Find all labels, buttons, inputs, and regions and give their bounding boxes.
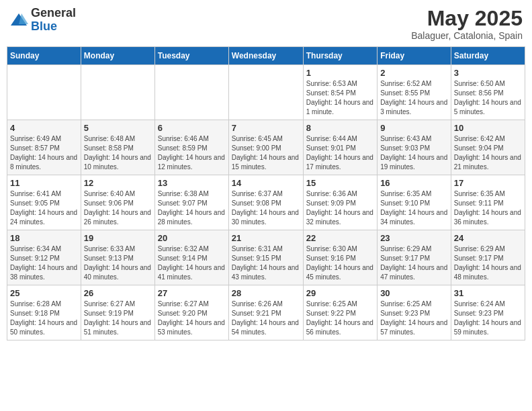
calendar-cell: 26Sunrise: 6:27 AM Sunset: 9:19 PM Dayli… xyxy=(81,285,154,340)
logo-general-text: General xyxy=(31,7,76,20)
day-info: Sunrise: 6:40 AM Sunset: 9:06 PM Dayligh… xyxy=(84,189,152,227)
day-number: 26 xyxy=(84,288,152,298)
month-title: May 2025 xyxy=(411,7,523,30)
day-number: 27 xyxy=(158,288,226,298)
calendar-cell: 15Sunrise: 6:36 AM Sunset: 9:09 PM Dayli… xyxy=(303,175,377,230)
calendar-cell: 20Sunrise: 6:32 AM Sunset: 9:14 PM Dayli… xyxy=(154,230,228,285)
calendar-cell xyxy=(228,65,303,120)
day-number: 23 xyxy=(380,233,448,243)
header-day: Friday xyxy=(378,47,451,65)
calendar-cell: 31Sunrise: 6:24 AM Sunset: 9:23 PM Dayli… xyxy=(451,285,525,340)
day-number: 11 xyxy=(10,178,78,188)
day-info: Sunrise: 6:32 AM Sunset: 9:14 PM Dayligh… xyxy=(158,244,226,282)
svg-marker-1 xyxy=(19,13,28,24)
day-number: 7 xyxy=(232,123,300,133)
calendar-cell: 17Sunrise: 6:35 AM Sunset: 9:11 PM Dayli… xyxy=(451,175,525,230)
day-number: 30 xyxy=(380,288,448,298)
day-info: Sunrise: 6:35 AM Sunset: 9:11 PM Dayligh… xyxy=(454,189,522,227)
calendar-cell: 6Sunrise: 6:46 AM Sunset: 8:59 PM Daylig… xyxy=(154,120,228,175)
location: Balaguer, Catalonia, Spain xyxy=(411,30,523,41)
calendar-cell: 22Sunrise: 6:30 AM Sunset: 9:16 PM Dayli… xyxy=(303,230,377,285)
calendar-week: 1Sunrise: 6:53 AM Sunset: 8:54 PM Daylig… xyxy=(7,65,525,120)
day-number: 31 xyxy=(454,288,522,298)
calendar-cell: 27Sunrise: 6:27 AM Sunset: 9:20 PM Dayli… xyxy=(154,285,228,340)
title-block: May 2025 Balaguer, Catalonia, Spain xyxy=(411,7,523,41)
day-info: Sunrise: 6:45 AM Sunset: 9:00 PM Dayligh… xyxy=(232,134,300,172)
calendar-cell: 8Sunrise: 6:44 AM Sunset: 9:01 PM Daylig… xyxy=(303,120,377,175)
day-info: Sunrise: 6:27 AM Sunset: 9:20 PM Dayligh… xyxy=(158,300,226,337)
day-number: 20 xyxy=(158,233,226,243)
day-info: Sunrise: 6:43 AM Sunset: 9:03 PM Dayligh… xyxy=(380,134,448,172)
day-info: Sunrise: 6:29 AM Sunset: 9:17 PM Dayligh… xyxy=(454,244,522,282)
calendar-cell: 4Sunrise: 6:49 AM Sunset: 8:57 PM Daylig… xyxy=(7,120,81,175)
day-number: 28 xyxy=(232,288,300,298)
day-info: Sunrise: 6:25 AM Sunset: 9:22 PM Dayligh… xyxy=(306,300,374,337)
day-number: 13 xyxy=(158,178,226,188)
day-info: Sunrise: 6:29 AM Sunset: 9:17 PM Dayligh… xyxy=(380,244,448,282)
day-info: Sunrise: 6:48 AM Sunset: 8:58 PM Dayligh… xyxy=(84,134,152,172)
day-info: Sunrise: 6:52 AM Sunset: 8:55 PM Dayligh… xyxy=(380,79,448,117)
header-row: SundayMondayTuesdayWednesdayThursdayFrid… xyxy=(7,47,525,65)
day-number: 10 xyxy=(454,123,522,133)
calendar-cell: 7Sunrise: 6:45 AM Sunset: 9:00 PM Daylig… xyxy=(228,120,303,175)
calendar-cell: 5Sunrise: 6:48 AM Sunset: 8:58 PM Daylig… xyxy=(81,120,154,175)
day-info: Sunrise: 6:30 AM Sunset: 9:16 PM Dayligh… xyxy=(306,244,374,282)
day-info: Sunrise: 6:49 AM Sunset: 8:57 PM Dayligh… xyxy=(10,134,78,172)
header-day: Thursday xyxy=(303,47,377,65)
day-info: Sunrise: 6:41 AM Sunset: 9:05 PM Dayligh… xyxy=(10,189,78,227)
calendar-cell: 12Sunrise: 6:40 AM Sunset: 9:06 PM Dayli… xyxy=(81,175,154,230)
header-day: Tuesday xyxy=(154,47,228,65)
day-number: 22 xyxy=(306,233,374,243)
day-number: 29 xyxy=(306,288,374,298)
logo: General Blue xyxy=(9,7,76,34)
day-info: Sunrise: 6:37 AM Sunset: 9:08 PM Dayligh… xyxy=(232,189,300,227)
day-info: Sunrise: 6:31 AM Sunset: 9:15 PM Dayligh… xyxy=(232,244,300,282)
day-info: Sunrise: 6:36 AM Sunset: 9:09 PM Dayligh… xyxy=(306,189,374,227)
day-info: Sunrise: 6:50 AM Sunset: 8:56 PM Dayligh… xyxy=(454,79,522,117)
calendar-cell: 29Sunrise: 6:25 AM Sunset: 9:22 PM Dayli… xyxy=(303,285,377,340)
calendar-cell xyxy=(154,65,228,120)
day-info: Sunrise: 6:26 AM Sunset: 9:21 PM Dayligh… xyxy=(232,300,300,337)
calendar-week: 11Sunrise: 6:41 AM Sunset: 9:05 PM Dayli… xyxy=(7,175,525,230)
day-number: 8 xyxy=(306,123,374,133)
calendar-week: 4Sunrise: 6:49 AM Sunset: 8:57 PM Daylig… xyxy=(7,120,525,175)
calendar-header: SundayMondayTuesdayWednesdayThursdayFrid… xyxy=(7,47,525,65)
day-number: 9 xyxy=(380,123,448,133)
calendar-cell: 9Sunrise: 6:43 AM Sunset: 9:03 PM Daylig… xyxy=(378,120,451,175)
page-header: General Blue May 2025 Balaguer, Cataloni… xyxy=(7,7,525,41)
calendar-cell: 24Sunrise: 6:29 AM Sunset: 9:17 PM Dayli… xyxy=(451,230,525,285)
day-number: 24 xyxy=(454,233,522,243)
calendar-cell: 10Sunrise: 6:42 AM Sunset: 9:04 PM Dayli… xyxy=(451,120,525,175)
calendar-cell: 11Sunrise: 6:41 AM Sunset: 9:05 PM Dayli… xyxy=(7,175,81,230)
calendar-week: 25Sunrise: 6:28 AM Sunset: 9:18 PM Dayli… xyxy=(7,285,525,340)
day-number: 6 xyxy=(158,123,226,133)
day-info: Sunrise: 6:42 AM Sunset: 9:04 PM Dayligh… xyxy=(454,134,522,172)
calendar-cell xyxy=(81,65,154,120)
header-day: Wednesday xyxy=(228,47,303,65)
calendar-cell: 2Sunrise: 6:52 AM Sunset: 8:55 PM Daylig… xyxy=(378,65,451,120)
header-day: Saturday xyxy=(451,47,525,65)
day-info: Sunrise: 6:44 AM Sunset: 9:01 PM Dayligh… xyxy=(306,134,374,172)
day-number: 16 xyxy=(380,178,448,188)
calendar-cell: 25Sunrise: 6:28 AM Sunset: 9:18 PM Dayli… xyxy=(7,285,81,340)
day-info: Sunrise: 6:25 AM Sunset: 9:23 PM Dayligh… xyxy=(380,300,448,337)
day-info: Sunrise: 6:34 AM Sunset: 9:12 PM Dayligh… xyxy=(10,244,78,282)
day-number: 15 xyxy=(306,178,374,188)
calendar-cell: 14Sunrise: 6:37 AM Sunset: 9:08 PM Dayli… xyxy=(228,175,303,230)
day-number: 3 xyxy=(454,68,522,78)
header-day: Sunday xyxy=(7,47,81,65)
calendar-cell: 13Sunrise: 6:38 AM Sunset: 9:07 PM Dayli… xyxy=(154,175,228,230)
calendar-cell: 18Sunrise: 6:34 AM Sunset: 9:12 PM Dayli… xyxy=(7,230,81,285)
day-number: 4 xyxy=(10,123,78,133)
calendar-cell: 21Sunrise: 6:31 AM Sunset: 9:15 PM Dayli… xyxy=(228,230,303,285)
day-info: Sunrise: 6:24 AM Sunset: 9:23 PM Dayligh… xyxy=(454,300,522,337)
day-number: 2 xyxy=(380,68,448,78)
day-number: 25 xyxy=(10,288,78,298)
day-info: Sunrise: 6:38 AM Sunset: 9:07 PM Dayligh… xyxy=(158,189,226,227)
calendar-cell: 28Sunrise: 6:26 AM Sunset: 9:21 PM Dayli… xyxy=(228,285,303,340)
day-number: 12 xyxy=(84,178,152,188)
calendar-cell: 23Sunrise: 6:29 AM Sunset: 9:17 PM Dayli… xyxy=(378,230,451,285)
logo-icon xyxy=(9,11,28,30)
calendar-table: SundayMondayTuesdayWednesdayThursdayFrid… xyxy=(7,46,525,340)
day-number: 21 xyxy=(232,233,300,243)
